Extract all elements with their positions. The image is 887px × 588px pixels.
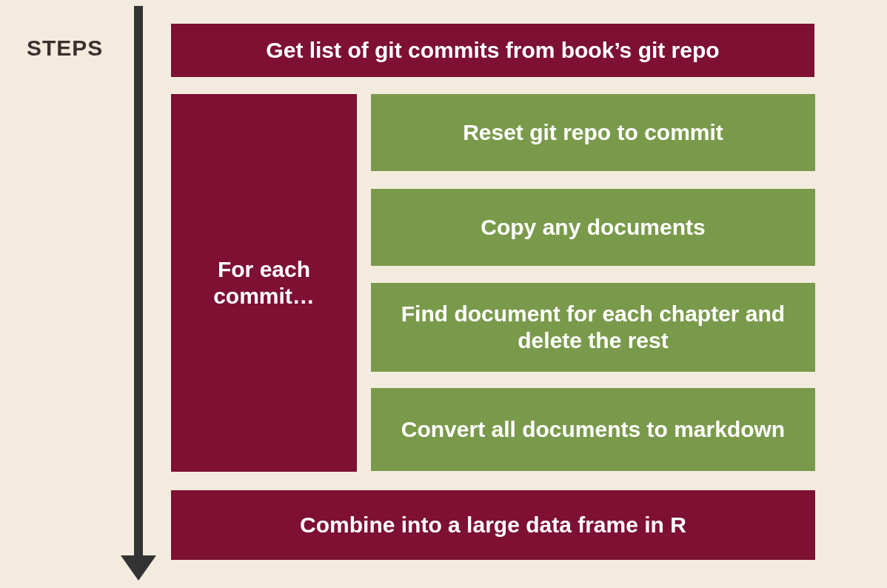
substep-label: Convert all documents to markdown [401,416,785,443]
flow-arrow-head-icon [121,555,156,581]
substep-label: Find document for each chapter and delet… [389,301,797,354]
step-label: Combine into a large data frame in R [300,512,686,538]
loop-label: For each commit… [189,256,339,310]
step-box-combine-dataframe: Combine into a large data frame in R [171,490,815,560]
diagram-canvas: STEPS Get list of git commits from book’… [0,0,887,588]
substep-label: Copy any documents [481,214,705,241]
step-box-get-commits: Get list of git commits from book’s git … [171,24,814,77]
substep-box-copy-docs: Copy any documents [371,189,815,266]
section-label-steps: STEPS [27,36,103,61]
step-label: Get list of git commits from book’s git … [266,37,719,64]
flow-arrow-shaft [134,6,143,561]
substep-label: Reset git repo to commit [463,119,723,146]
substep-box-convert-markdown: Convert all documents to markdown [371,388,815,471]
substep-box-reset-repo: Reset git repo to commit [371,94,815,171]
loop-box-for-each-commit: For each commit… [171,94,357,472]
substep-box-find-chapter-docs: Find document for each chapter and delet… [371,283,815,372]
